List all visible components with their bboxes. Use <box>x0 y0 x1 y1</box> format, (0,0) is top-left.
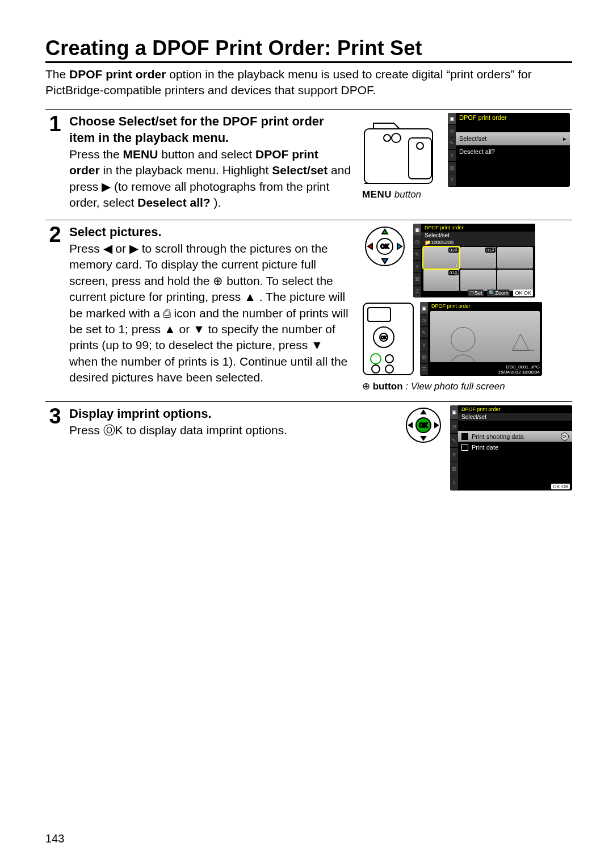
multi-selector-icon: OK <box>362 224 408 269</box>
svg-point-19 <box>385 355 393 363</box>
lcd-tab: Y <box>448 150 456 162</box>
svg-marker-31 <box>435 423 438 427</box>
page-title: Creating a DPOF Print Order: Print Set <box>45 36 572 63</box>
svg-text:OK: OK <box>381 244 390 250</box>
lcd-imprint-options: ▣◷✎ Y▥? DPOF print order Select/set Prin… <box>450 405 572 490</box>
svg-marker-23 <box>513 334 529 351</box>
step-number: 2 <box>45 224 65 245</box>
svg-point-22 <box>451 328 475 351</box>
lcd-thumbnail-screen: ▣◷✎ Y▥☰ DPOF print order Select/set 📁100… <box>413 224 535 297</box>
lcd-tab: ▣ <box>448 113 456 125</box>
svg-marker-28 <box>421 410 426 414</box>
svg-point-18 <box>371 354 381 364</box>
step-2: 2 Select pictures. Press ◀ or ▶ to scrol… <box>45 224 572 392</box>
intro-paragraph: The DPOF print order option in the playb… <box>45 66 572 99</box>
page-number: 143 <box>45 832 64 845</box>
lcd-title: DPOF print order <box>456 113 570 122</box>
manual-page: Creating a DPOF Print Order: Print Set T… <box>0 0 613 868</box>
svg-marker-12 <box>397 244 402 249</box>
svg-point-20 <box>372 365 380 373</box>
svg-marker-29 <box>421 437 426 440</box>
step-2-figure: OK ▣◷✎ Y▥☰ DPOF print or <box>362 224 572 392</box>
lcd-tab: ▥ <box>448 162 456 174</box>
lcd-row-deselect: Deselect all? <box>456 145 570 158</box>
lcd-menu-screen: ▣ ◷ ✎ Y ▥ ? DPOF print order Select/set▸ <box>448 113 570 187</box>
svg-marker-30 <box>409 423 412 427</box>
lcd-row-selectset: Select/set▸ <box>456 132 570 145</box>
step-number: 3 <box>45 405 65 427</box>
svg-point-2 <box>392 133 401 142</box>
divider <box>45 401 572 402</box>
svg-point-4 <box>417 142 423 149</box>
lcd-option-print-date: Print date <box>458 442 572 452</box>
step-1-text: Choose Select/set for the DPOF print ord… <box>69 113 352 211</box>
figure-caption: MENU button <box>362 189 572 200</box>
camera-outline-icon <box>362 113 444 187</box>
step-1: 1 Choose Select/set for the DPOF print o… <box>45 113 572 211</box>
divider <box>45 220 572 220</box>
camera-back-icon: OK <box>362 302 414 376</box>
svg-text:OK: OK <box>419 422 429 429</box>
lcd-tab: ◷ <box>448 125 456 137</box>
svg-rect-0 <box>364 129 433 183</box>
step-number: 1 <box>45 113 65 135</box>
svg-rect-13 <box>363 303 413 375</box>
svg-point-21 <box>385 365 393 373</box>
photo-placeholder-icon <box>430 311 540 362</box>
svg-rect-1 <box>409 138 431 179</box>
figure-caption: ⊕ button : View photo full screen <box>362 380 572 392</box>
lcd-tab: ? <box>448 174 456 187</box>
svg-marker-11 <box>368 244 372 249</box>
svg-marker-10 <box>382 259 388 263</box>
svg-text:OK: OK <box>381 336 387 339</box>
divider <box>45 109 572 110</box>
step-3: 3 Display imprint options. Press ⓄK to d… <box>45 405 572 490</box>
ok-button-icon: OK <box>404 405 443 445</box>
step-3-figure: OK ▣◷✎ Y▥? DPOF print or <box>362 405 572 490</box>
svg-rect-14 <box>368 308 391 321</box>
svg-marker-9 <box>382 229 388 234</box>
lcd-fullscreen-preview: ▣◷✎ Y▥☰ DPOF print order <box>420 302 542 376</box>
step-3-text: Display imprint options. Press ⓄK to dis… <box>69 405 352 490</box>
svg-point-3 <box>384 135 391 141</box>
lcd-tab: ✎ <box>448 137 456 150</box>
lcd-option-shooting-data: Print shooting data ⟳ <box>458 431 572 442</box>
step-1-figure: ▣ ◷ ✎ Y ▥ ? DPOF print order Select/set▸ <box>362 113 572 211</box>
step-2-text: Select pictures. Press ◀ or ▶ to scroll … <box>69 224 352 392</box>
